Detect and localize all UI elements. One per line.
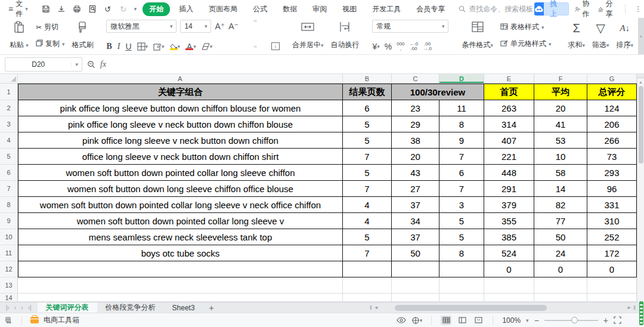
sort-button[interactable]: A↓ 排序▾: [613, 20, 637, 51]
sheet-tab-价格段竞争分析[interactable]: 价格段竞争分析: [97, 303, 164, 313]
cell-D7[interactable]: 7: [439, 181, 484, 197]
column-header-G[interactable]: G: [587, 74, 637, 83]
increase-indent-icon[interactable]: [270, 20, 273, 22]
row-header-10[interactable]: 10: [0, 229, 18, 245]
cell-A12[interactable]: [18, 261, 343, 277]
column-header-F[interactable]: F: [534, 74, 587, 83]
cell-A8[interactable]: women soft button down pointed collar lo…: [18, 197, 343, 213]
percent-icon[interactable]: %: [385, 42, 392, 51]
font-name-select[interactable]: 微软雅黑▾: [106, 20, 177, 33]
cell-C9[interactable]: 34: [392, 213, 439, 229]
increase-decimal-icon[interactable]: ←.0.00: [410, 42, 419, 51]
cell-E3[interactable]: 314: [484, 116, 534, 132]
row-header-4[interactable]: 4: [0, 132, 18, 149]
row-header-13[interactable]: 13: [0, 277, 18, 294]
row-header-7[interactable]: 7: [0, 181, 18, 197]
cell-D13[interactable]: [439, 277, 484, 294]
fx-icon[interactable]: fx: [100, 60, 106, 69]
prev-sheet-icon[interactable]: ‹: [14, 304, 16, 311]
cell-B13[interactable]: [343, 277, 392, 294]
row-header-6[interactable]: 6: [0, 165, 18, 181]
split-handle-left[interactable]: ‖: [370, 305, 372, 311]
bold-button[interactable]: B: [106, 42, 112, 51]
decrease-decimal-icon[interactable]: .00→.0: [423, 42, 432, 51]
cell-B4[interactable]: 5: [343, 132, 392, 149]
column-header-A[interactable]: A: [18, 74, 343, 83]
menu-tab-页面布局[interactable]: 页面布局: [202, 2, 244, 16]
cell-D9[interactable]: 5: [439, 213, 484, 229]
decrease-indent-icon[interactable]: [264, 20, 268, 22]
clear-format-button[interactable]: ▾: [202, 43, 213, 50]
cell-F13[interactable]: [534, 277, 587, 294]
cell-B6[interactable]: 5: [343, 165, 392, 181]
menu-tab-插入[interactable]: 插入: [172, 2, 200, 16]
increase-font-icon[interactable]: A⁺: [215, 21, 225, 31]
column-header-C[interactable]: C: [392, 74, 439, 83]
zoom-out-button[interactable]: −: [534, 316, 539, 325]
horizontal-scroll-track[interactable]: [380, 305, 626, 311]
cell-C3[interactable]: 29: [392, 116, 439, 132]
formula-input[interactable]: [111, 57, 639, 72]
cell-G8[interactable]: 331: [587, 197, 637, 213]
cell-E1[interactable]: 首页: [484, 84, 534, 100]
command-search[interactable]: 查找命令、搜索模板: [459, 4, 533, 14]
row-header-8[interactable]: 8: [0, 197, 18, 213]
cell-style-button[interactable]: 单元格样式▾: [498, 38, 554, 50]
cell-B3[interactable]: 5: [343, 116, 392, 132]
cell-F7[interactable]: 14: [534, 181, 587, 197]
draw-border-button[interactable]: ▾: [153, 42, 165, 51]
currency-icon[interactable]: ¥▾: [372, 42, 379, 51]
ribbon-scroll-right[interactable]: ›: [638, 18, 644, 54]
cell-A5[interactable]: office long sleeve v neck button down ch…: [18, 149, 343, 165]
cell-E9[interactable]: 355: [484, 213, 534, 229]
cell-A1[interactable]: 关键字组合: [18, 84, 343, 100]
cell-B9[interactable]: 4: [343, 213, 392, 229]
cell-E2[interactable]: 263: [484, 100, 534, 116]
row-header-14[interactable]: 14: [0, 294, 18, 302]
page-break-view-icon[interactable]: [473, 316, 484, 325]
cell-D4[interactable]: 9: [439, 132, 484, 149]
align-top-icon[interactable]: [248, 20, 252, 22]
print-preview-icon[interactable]: [88, 4, 97, 14]
cell-B5[interactable]: 7: [343, 149, 392, 165]
toolbox-label[interactable]: 电商工具箱: [44, 315, 79, 325]
cell-D12[interactable]: [439, 261, 484, 277]
cell-G7[interactable]: 96: [587, 181, 637, 197]
cell-D11[interactable]: 8: [439, 245, 484, 261]
cell-G5[interactable]: 73: [587, 149, 637, 165]
share-button[interactable]: 分享: [598, 0, 615, 19]
cell-E5[interactable]: 221: [484, 149, 534, 165]
cell-F12[interactable]: 0: [534, 261, 587, 277]
select-all-corner[interactable]: [0, 74, 18, 83]
drag-upload-button[interactable]: 拖拽上传: [544, 2, 568, 16]
fill-color-button[interactable]: ▾: [170, 44, 181, 50]
print-icon[interactable]: [72, 4, 82, 14]
first-sheet-icon[interactable]: |‹: [6, 304, 10, 311]
cell-D3[interactable]: 8: [439, 116, 484, 132]
zoom-slider[interactable]: [544, 320, 598, 321]
cell-F11[interactable]: 24: [534, 245, 587, 261]
cell-E4[interactable]: 407: [484, 132, 534, 149]
menu-tab-开始[interactable]: 开始: [143, 2, 170, 16]
cell-C10[interactable]: 37: [392, 229, 439, 245]
sheet-tab-关键词评分表[interactable]: 关键词评分表: [38, 303, 97, 313]
cell-A11[interactable]: boys otc tube socks: [18, 245, 343, 261]
decrease-font-icon[interactable]: A⁻: [228, 21, 239, 31]
name-box[interactable]: D20 ▾: [5, 57, 82, 72]
cell-G3[interactable]: 206: [587, 116, 637, 132]
cell-F6[interactable]: 58: [534, 165, 587, 181]
column-header-D[interactable]: D: [439, 74, 484, 83]
cell-G2[interactable]: 124: [587, 100, 637, 116]
cell-C6[interactable]: 43: [392, 165, 439, 181]
scroll-left-icon[interactable]: ◄: [374, 305, 379, 310]
cell-B11[interactable]: 7: [343, 245, 392, 261]
cell-G4[interactable]: 266: [587, 132, 637, 149]
cell-C8[interactable]: 37: [392, 197, 439, 213]
cell-E11[interactable]: 524: [484, 245, 534, 261]
cell-E10[interactable]: 385: [484, 229, 534, 245]
align-left-icon[interactable]: [248, 45, 252, 48]
menu-tab-视图[interactable]: 视图: [336, 2, 363, 16]
align-bottom-icon[interactable]: [259, 20, 262, 22]
table-style-button[interactable]: 表格样式▾: [498, 21, 554, 33]
cut-button[interactable]: ✂剪切: [33, 21, 67, 33]
